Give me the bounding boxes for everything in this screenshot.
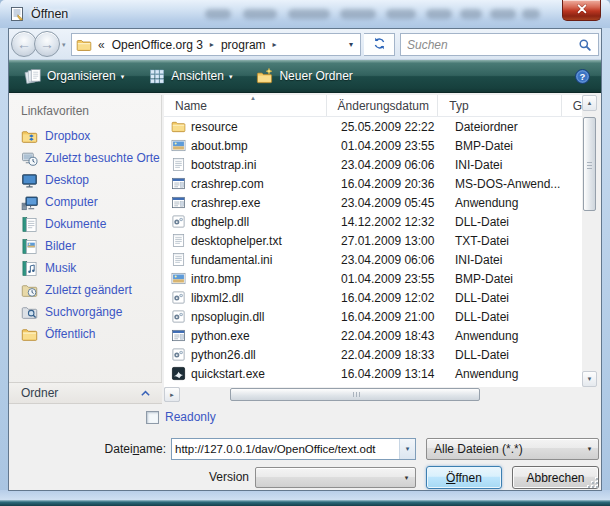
breadcrumb-arrow-icon[interactable]: ▸ — [269, 40, 281, 49]
filename-dropdown-button[interactable]: ▾ — [399, 439, 415, 459]
sidebar-item-zuletzt-besuchte-orte[interactable]: Zuletzt besuchte Orte — [9, 147, 161, 169]
desktop-icon — [21, 172, 38, 189]
dll-icon — [171, 309, 186, 324]
open-button[interactable]: Öffnen — [426, 466, 502, 489]
file-date: 16.04.2009 12:02 — [330, 291, 444, 305]
breadcrumb-items: OpenOffice.org 3▸program▸ — [109, 38, 281, 52]
scroll-up-button[interactable]: ▲ — [582, 95, 597, 111]
breadcrumb-arrow-icon[interactable]: ▸ — [206, 40, 218, 49]
file-row[interactable]: bootstrap.ini23.04.2009 06:06INI-Datei — [164, 155, 582, 174]
file-name: libxml2.dll — [191, 291, 244, 305]
cancel-button[interactable]: Abbrechen — [512, 466, 599, 489]
file-row[interactable]: quickstart.exe16.04.2009 13:14Anwendung — [164, 364, 582, 383]
readonly-checkbox[interactable] — [146, 411, 159, 424]
file-row[interactable]: python.exe22.04.2009 18:43Anwendung — [164, 326, 582, 345]
refresh-button[interactable] — [364, 33, 395, 56]
version-select[interactable]: ▾ — [255, 467, 416, 488]
dll-icon — [171, 290, 186, 305]
sidebar-item-label: Zuletzt geändert — [45, 283, 132, 297]
toolbar-button-label: Neuer Ordner — [279, 69, 352, 83]
quickstart-icon — [171, 366, 186, 381]
dialog-client-area: ← → ▾ « OpenOffice.org 3▸program▸ ▾ Orga… — [8, 28, 602, 491]
scroll-down-button[interactable]: ▼ — [582, 371, 597, 387]
breadcrumb-item[interactable]: OpenOffice.org 3 — [109, 38, 206, 52]
sidebar-item-suchvorgänge[interactable]: Suchvorgänge — [9, 301, 161, 323]
search-icon[interactable] — [577, 37, 593, 53]
toolbar-neuer-ordner-button[interactable]: Neuer Ordner — [247, 63, 361, 89]
readonly-label[interactable]: Readonly — [165, 410, 216, 424]
scroll-right-button[interactable]: ► — [164, 387, 180, 402]
vertical-scrollbar[interactable]: ▲ ▼ — [582, 95, 597, 387]
chevron-down-icon: ▾ — [121, 71, 125, 81]
column-header-label: Name — [175, 99, 207, 113]
toolbar-ansichten-button[interactable]: Ansichten▾ — [139, 63, 241, 89]
sidebar-item-label: Computer — [45, 195, 98, 209]
toolbar-button-label: Ansichten — [171, 69, 224, 83]
file-row[interactable]: desktophelper.txt27.01.2009 13:00TXT-Dat… — [164, 231, 582, 250]
horizontal-scroll-thumb[interactable] — [230, 388, 480, 401]
sidebar-items: DropboxZuletzt besuchte OrteDesktopCompu… — [9, 125, 161, 345]
folder-icon — [171, 119, 186, 134]
version-label: Version — [9, 470, 249, 484]
sidebar-item-computer[interactable]: Computer — [9, 191, 161, 213]
file-row[interactable]: dbghelp.dll14.12.2002 12:32DLL-Datei — [164, 212, 582, 231]
toolbar-organisieren-button[interactable]: Organisieren▾ — [15, 63, 133, 89]
breadcrumb-item[interactable]: program — [218, 38, 269, 52]
sidebar-item-bilder[interactable]: Bilder — [9, 235, 161, 257]
file-name: npsoplugin.dll — [191, 310, 264, 324]
music-icon — [21, 260, 38, 277]
column-header-g[interactable]: G — [562, 95, 582, 116]
breadcrumb-overflow-chevron[interactable]: « — [98, 38, 105, 52]
file-date: 23.04.2009 06:06 — [330, 158, 444, 172]
command-toolbar: Organisieren▾Ansichten▾Neuer Ordner ? — [9, 60, 601, 93]
file-rows: resource25.05.2009 22:22Dateiordnerabout… — [164, 117, 582, 383]
pictures-icon — [21, 238, 38, 255]
resize-grip[interactable] — [587, 477, 598, 488]
forward-button[interactable]: → — [34, 31, 60, 57]
file-date: 23.04.2009 06:06 — [330, 253, 444, 267]
help-button[interactable]: ? — [574, 68, 591, 85]
history-dropdown-button[interactable]: ▾ — [62, 41, 66, 49]
file-row[interactable]: fundamental.ini23.04.2009 06:06INI-Datei — [164, 250, 582, 269]
file-row[interactable]: npsoplugin.dll16.04.2009 21:00DLL-Datei — [164, 307, 582, 326]
folders-expander[interactable]: Ordner — [9, 382, 162, 404]
sidebar-item-zuletzt-geändert[interactable]: Zuletzt geändert — [9, 279, 161, 301]
sidebar-item-musik[interactable]: Musik — [9, 257, 161, 279]
sidebar-item-öffentlich[interactable]: Öffentlich — [9, 323, 161, 345]
app-icon — [171, 328, 186, 343]
window-border-bottom — [0, 490, 610, 500]
file-row[interactable]: about.bmp01.04.2009 23:55BMP-Datei — [164, 136, 582, 155]
image-icon — [171, 271, 186, 286]
file-row[interactable]: resource25.05.2009 22:22Dateiordner — [164, 117, 582, 136]
file-row[interactable]: libxml2.dll16.04.2009 12:02DLL-Datei — [164, 288, 582, 307]
file-type: Anwendung — [444, 367, 570, 381]
breadcrumb[interactable]: « OpenOffice.org 3▸program▸ ▾ — [71, 33, 361, 56]
favorites-sidebar: Linkfavoriten DropboxZuletzt besuchte Or… — [9, 95, 162, 404]
page-icon — [171, 157, 186, 172]
file-row[interactable]: crashrep.exe23.04.2009 05:45Anwendung — [164, 193, 582, 212]
forward-arrow-icon: → — [40, 36, 54, 52]
file-name: about.bmp — [191, 139, 248, 153]
column-header-typ[interactable]: Typ — [438, 95, 561, 116]
file-row[interactable]: python26.dll22.04.2009 18:33DLL-Datei — [164, 345, 582, 364]
sidebar-item-desktop[interactable]: Desktop — [9, 169, 161, 191]
file-list: Name▲ÄnderungsdatumTypG resource25.05.20… — [164, 95, 597, 402]
file-date: 22.04.2009 18:33 — [330, 348, 444, 362]
close-button[interactable] — [562, 0, 601, 21]
search-input[interactable] — [401, 38, 577, 52]
address-dropdown-button[interactable]: ▾ — [346, 40, 356, 49]
column-header-änderungsdatum[interactable]: Änderungsdatum — [327, 95, 439, 116]
file-row[interactable]: intro.bmp01.04.2009 23:55BMP-Datei — [164, 269, 582, 288]
filename-input[interactable] — [172, 439, 399, 459]
file-row[interactable]: crashrep.com16.04.2009 20:36MS-DOS-Anwen… — [164, 174, 582, 193]
horizontal-scrollbar[interactable]: ◄ ► — [164, 387, 582, 402]
filename-combobox: ▾ — [171, 438, 416, 460]
column-header-name[interactable]: Name▲ — [164, 95, 327, 116]
sidebar-item-dokumente[interactable]: Dokumente — [9, 213, 161, 235]
chevron-down-icon: ▾ — [229, 71, 233, 81]
sidebar-item-label: Musik — [45, 261, 76, 275]
sidebar-item-dropbox[interactable]: Dropbox — [9, 125, 161, 147]
vertical-scroll-thumb[interactable] — [583, 117, 596, 211]
filetype-select[interactable]: Alle Dateien (*.*) ▾ — [426, 438, 599, 460]
views-icon — [148, 67, 166, 85]
